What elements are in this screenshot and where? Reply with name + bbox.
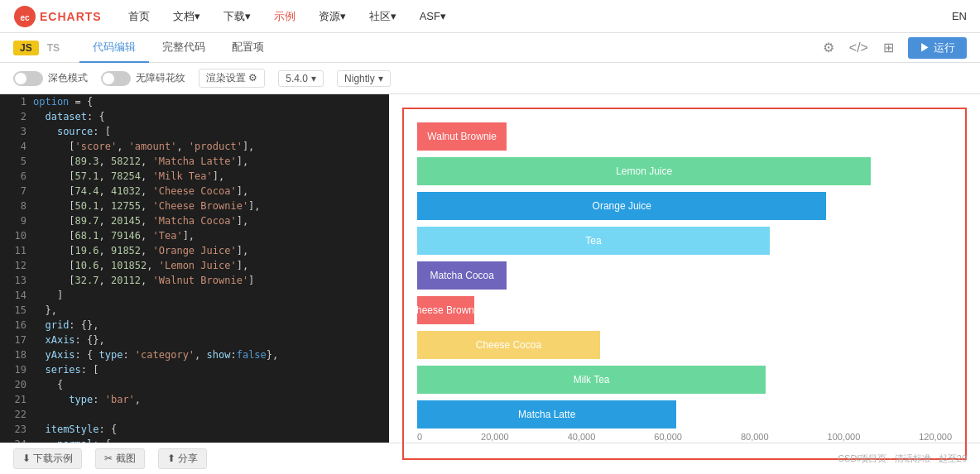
code-editor[interactable]: 1option = {2 dataset: {3 source: [4 ['sc… (0, 94, 389, 443)
code-text: normal: { (33, 437, 111, 443)
bar-label: Matcha Cocoa (430, 270, 494, 281)
code-line: 6 [57.1, 78254, 'Milk Tea'], (0, 169, 389, 184)
lang-switch[interactable]: EN (952, 10, 967, 22)
bar: Tea (417, 227, 770, 255)
expand-icon[interactable]: ⊞ (878, 38, 898, 58)
code-text: dataset: { (33, 109, 105, 124)
render-settings[interactable]: 渲染设置 ⚙ (199, 69, 265, 88)
logo[interactable]: ec ECHARTS (13, 5, 102, 28)
bar-row: Milk Tea (417, 366, 952, 394)
bar-label: Tea (585, 235, 601, 247)
tab-code-edit[interactable]: 代码编辑 (79, 33, 149, 63)
code-text: type: 'bar', (33, 392, 141, 407)
bar: Matcha Latte (417, 400, 676, 429)
code-line: 24 normal: { (0, 437, 389, 443)
bar: Milk Tea (417, 366, 766, 394)
svg-text:ec: ec (20, 13, 30, 22)
bar-wrapper: Walnut Brownie (417, 122, 952, 151)
share-button[interactable]: ⬆ 分享 (158, 448, 207, 469)
code-text: series: [ (33, 362, 99, 377)
bar-label: Lemon Juice (616, 165, 672, 177)
bar-wrapper: Matcha Cocoa (417, 261, 952, 290)
bar: Cheese Brownie (417, 296, 474, 324)
bar: Lemon Juice (417, 157, 871, 185)
code-text: [68.1, 79146, 'Tea'], (33, 228, 195, 243)
line-number: 8 (7, 199, 26, 213)
settings-icon[interactable]: ⚙ (819, 38, 838, 58)
line-number: 15 (7, 303, 26, 318)
line-number: 6 (7, 169, 26, 184)
download-button[interactable]: ⬇ 下载示例 (13, 448, 82, 469)
bar-wrapper: Cheese Cocoa (417, 331, 952, 359)
line-number: 9 (7, 213, 26, 228)
line-number: 2 (7, 109, 26, 124)
code-line: 23 itemStyle: { (0, 422, 389, 437)
credit-text: CSDI项目页 · 清话标准 · 起至20 (838, 452, 967, 465)
code-line: 13 [32.7, 20112, 'Walnut Brownie'] (0, 273, 389, 288)
code-line: 14 ] (0, 288, 389, 303)
code-line: 19 series: [ (0, 362, 389, 377)
theme-label: Nightly (344, 73, 375, 84)
theme-select[interactable]: Nightly ▾ (337, 70, 391, 87)
code-text: [19.6, 91852, 'Orange Juice'], (33, 243, 248, 258)
code-line: 9 [89.7, 20145, 'Matcha Cocoa'], (0, 213, 389, 228)
code-text: [10.6, 101852, 'Lemon Juice'], (33, 258, 248, 273)
line-number: 19 (7, 362, 26, 377)
code-text: [74.4, 41032, 'Cheese Cocoa'], (33, 184, 248, 199)
toolbar: 深色模式 无障碍花纹 渲染设置 ⚙ 5.4.0 ▾ Nightly ▾ (0, 63, 980, 94)
bar-label: Cheese Brownie (409, 304, 482, 316)
tab-js[interactable]: JS (13, 41, 39, 55)
tab-ts[interactable]: TS (41, 41, 66, 55)
nav-download[interactable]: 下载▾ (214, 2, 261, 31)
bar-row: Orange Juice (417, 192, 952, 220)
nav-asf[interactable]: ASF▾ (410, 3, 456, 29)
screenshot-button[interactable]: ✂ 截图 (95, 448, 144, 469)
line-number: 16 (7, 318, 26, 333)
nav-home[interactable]: 首页 (118, 2, 160, 31)
bar: Matcha Cocoa (417, 261, 507, 290)
line-number: 18 (7, 347, 26, 362)
line-number: 5 (7, 154, 26, 169)
code-text: ] (33, 288, 63, 303)
chart-area: Walnut Brownie Lemon Juice Orange Juice … (389, 94, 980, 443)
dark-mode-toggle: 深色模式 (13, 71, 88, 86)
tab-bar: JS TS 代码编辑 完整代码 配置项 ⚙ </> ⊞ ▶ 运行 (0, 33, 980, 63)
nav-docs[interactable]: 文档▾ (163, 2, 210, 31)
code-icon[interactable]: </> (848, 38, 868, 58)
tab-full-code[interactable]: 完整代码 (149, 33, 219, 63)
line-number: 23 (7, 422, 26, 437)
nav-examples[interactable]: 示例 (264, 2, 305, 31)
version-select[interactable]: 5.4.0 ▾ (278, 70, 324, 87)
code-line: 1option = { (0, 94, 389, 109)
nav-resources[interactable]: 资源▾ (309, 2, 356, 31)
code-text: option = { (33, 94, 93, 109)
code-text: [50.1, 12755, 'Cheese Brownie'], (33, 199, 261, 213)
nav-community[interactable]: 社区▾ (359, 2, 406, 31)
x-axis-label: 40,000 (568, 432, 596, 442)
top-nav: ec ECHARTS 首页 文档▾ 下载▾ 示例 资源▾ 社区▾ ASF▾ EN (0, 0, 980, 33)
no-limit-switch[interactable] (101, 71, 131, 86)
x-axis-label: 100,000 (828, 432, 861, 442)
code-text: { (33, 377, 63, 392)
tab-config[interactable]: 配置项 (219, 33, 277, 63)
code-line: 8 [50.1, 12755, 'Cheese Brownie'], (0, 199, 389, 213)
line-number: 14 (7, 288, 26, 303)
bar-row: Tea (417, 227, 952, 255)
x-axis-label: 0 (417, 432, 422, 442)
x-axis-label: 120,000 (919, 432, 952, 442)
line-number: 1 (7, 94, 26, 109)
code-line: 4 ['score', 'amount', 'product'], (0, 139, 389, 154)
bar-label: Orange Juice (593, 200, 651, 212)
bar-wrapper: Lemon Juice (417, 157, 952, 185)
tab-actions: ⚙ </> ⊞ ▶ 运行 (819, 37, 967, 59)
dark-mode-switch[interactable] (13, 71, 43, 86)
main-layout: 1option = {2 dataset: {3 source: [4 ['sc… (0, 94, 980, 443)
code-text: [89.3, 58212, 'Matcha Latte'], (33, 154, 248, 169)
bar-wrapper: Orange Juice (417, 192, 952, 220)
chart-container: Walnut Brownie Lemon Juice Orange Juice … (402, 108, 967, 460)
run-button[interactable]: ▶ 运行 (908, 37, 967, 59)
x-axis: 020,00040,00060,00080,000100,000120,000 (417, 429, 952, 445)
line-number: 7 (7, 184, 26, 199)
code-text: [89.7, 20145, 'Matcha Cocoa'], (33, 213, 248, 228)
logo-text: ECHARTS (40, 10, 102, 23)
